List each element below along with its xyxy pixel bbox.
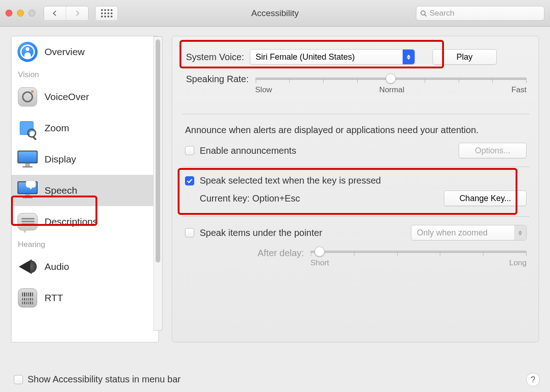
grid-icon: [101, 9, 112, 17]
section-vision: Vision: [11, 67, 158, 81]
sidebar-container: Overview Vision VoiceOver Zoom Display: [11, 36, 163, 362]
sidebar-item-label: Descriptions: [45, 216, 98, 227]
category-list: Overview Vision VoiceOver Zoom Display: [11, 36, 159, 342]
minimize-window-button[interactable]: [17, 10, 24, 17]
back-button[interactable]: [44, 6, 66, 20]
window-controls: [6, 10, 35, 17]
system-voice-select[interactable]: Siri Female (United States): [250, 49, 415, 65]
pointer-mode-value: Only when zoomed: [417, 228, 488, 238]
show-all-button[interactable]: [95, 6, 118, 21]
change-key-button[interactable]: Change Key...: [444, 190, 527, 206]
delay-long-label: Long: [509, 258, 527, 268]
speak-selected-checkbox[interactable]: [185, 176, 194, 185]
sidebar-item-label: RTT: [45, 292, 63, 303]
after-delay-label: After delay:: [258, 248, 304, 258]
sidebar-item-label: VoiceOver: [45, 91, 89, 102]
voiceover-icon: [17, 86, 38, 107]
sidebar-item-descriptions[interactable]: Descriptions: [11, 206, 158, 237]
pointer-mode-select[interactable]: Only when zoomed: [411, 225, 527, 241]
chevron-updown-icon: [403, 50, 415, 64]
slider-ticks: [311, 249, 526, 256]
speaking-rate-slider[interactable]: [255, 78, 527, 80]
enable-announcements-checkbox[interactable]: [185, 146, 194, 155]
scrollbar-thumb[interactable]: [156, 39, 160, 263]
svg-line-1: [425, 14, 427, 16]
zoom-icon: [17, 118, 38, 139]
content-area: Overview Vision VoiceOver Zoom Display: [0, 27, 550, 364]
speaking-rate-label: Speaking Rate:: [186, 74, 249, 84]
sidebar-item-rtt[interactable]: RTT: [11, 282, 158, 314]
rate-fast-label: Fast: [511, 85, 527, 95]
enable-announcements-label: Enable announcements: [200, 146, 296, 156]
after-delay-slider[interactable]: [310, 251, 527, 253]
speak-pointer-checkbox[interactable]: [185, 228, 194, 237]
chevron-updown-icon: [514, 225, 526, 240]
audio-icon: [17, 256, 38, 277]
announcements-options-button[interactable]: Options...: [459, 143, 527, 158]
sidebar-item-audio[interactable]: Audio: [11, 251, 158, 282]
section-hearing: Hearing: [11, 237, 158, 251]
close-window-button[interactable]: [6, 10, 12, 17]
speech-icon: [17, 180, 38, 201]
current-key-label: Current key: Option+Esc: [200, 193, 300, 204]
sidebar-item-label: Overview: [45, 46, 85, 57]
settings-panel: System Voice: Siri Female (United States…: [172, 36, 539, 342]
system-voice-label: System Voice:: [186, 52, 244, 62]
sidebar-item-label: Zoom: [45, 123, 69, 134]
system-voice-value: Siri Female (United States): [256, 52, 355, 62]
rate-slow-label: Slow: [255, 85, 272, 95]
sidebar-item-display[interactable]: Display: [11, 144, 158, 175]
sidebar-item-label: Speech: [45, 185, 77, 196]
sidebar-scrollbar[interactable]: [153, 36, 163, 330]
search-icon: [420, 10, 427, 17]
sidebar-item-zoom[interactable]: Zoom: [11, 112, 158, 144]
titlebar: Accessibility: [0, 0, 550, 27]
help-button[interactable]: ?: [526, 373, 540, 386]
nav-segmented: [44, 6, 89, 21]
sidebar-item-label: Display: [45, 154, 76, 165]
speak-selected-label: Speak selected text when the key is pres…: [200, 175, 381, 186]
delay-short-label: Short: [310, 258, 329, 268]
show-status-checkbox[interactable]: [14, 375, 23, 384]
svg-point-0: [421, 11, 425, 15]
footer: Show Accessibility status in menu bar: [14, 374, 181, 385]
help-icon: ?: [531, 375, 535, 385]
search-field[interactable]: [416, 6, 544, 21]
forward-button[interactable]: [66, 6, 88, 20]
sidebar-item-voiceover[interactable]: VoiceOver: [11, 81, 158, 112]
descriptions-icon: [17, 211, 38, 232]
rtt-icon: [17, 287, 38, 308]
display-icon: [17, 149, 38, 170]
zoom-window-button[interactable]: [28, 10, 35, 17]
slider-thumb[interactable]: [314, 246, 325, 257]
show-status-label: Show Accessibility status in menu bar: [28, 374, 181, 385]
sidebar-item-overview[interactable]: Overview: [11, 36, 158, 67]
announce-description: Announce when alerts are displayed or ap…: [185, 123, 527, 136]
overview-icon: [17, 41, 38, 62]
slider-thumb[interactable]: [386, 73, 396, 84]
sidebar-item-label: Audio: [45, 261, 69, 272]
rate-normal-label: Normal: [379, 85, 404, 95]
sidebar-item-speech[interactable]: Speech: [11, 175, 158, 206]
speak-pointer-label: Speak items under the pointer: [200, 228, 322, 238]
play-button[interactable]: Play: [432, 49, 497, 65]
search-input[interactable]: [430, 9, 540, 18]
